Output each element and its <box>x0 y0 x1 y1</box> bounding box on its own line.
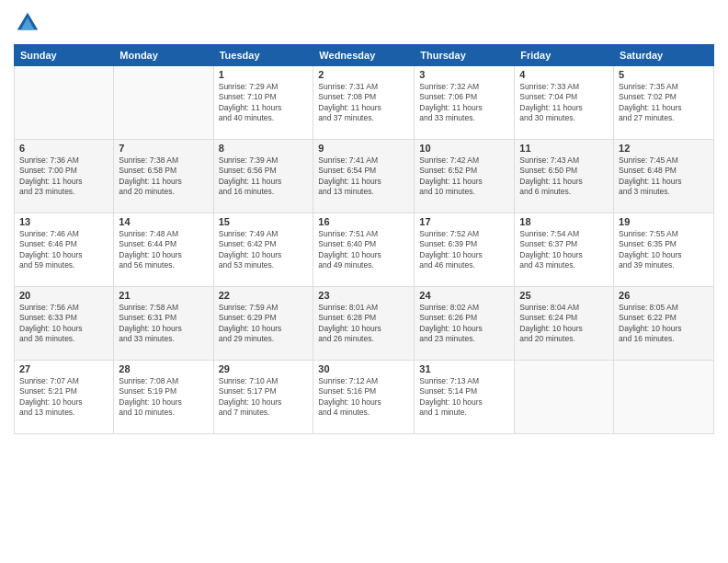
calendar-cell <box>15 66 114 140</box>
day-info: Sunrise: 7:54 AMSunset: 6:37 PMDaylight:… <box>519 229 609 271</box>
week-row-5: 27Sunrise: 7:07 AMSunset: 5:21 PMDayligh… <box>15 361 714 434</box>
calendar-table: SundayMondayTuesdayWednesdayThursdayFrid… <box>14 44 714 434</box>
day-number: 4 <box>519 69 609 80</box>
logo-icon <box>14 9 41 37</box>
day-info: Sunrise: 7:10 AMSunset: 5:17 PMDaylight:… <box>219 376 309 419</box>
day-number: 14 <box>119 216 208 227</box>
calendar-cell: 3Sunrise: 7:32 AMSunset: 7:06 PMDaylight… <box>415 66 515 140</box>
calendar-cell: 17Sunrise: 7:52 AMSunset: 6:39 PMDayligh… <box>415 213 515 287</box>
page: SundayMondayTuesdayWednesdayThursdayFrid… <box>0 0 728 563</box>
day-info: Sunrise: 7:32 AMSunset: 7:06 PMDaylight:… <box>419 82 509 124</box>
day-number: 28 <box>119 363 208 374</box>
day-number: 24 <box>419 290 509 301</box>
day-info: Sunrise: 7:29 AMSunset: 7:10 PMDaylight:… <box>219 82 309 124</box>
calendar-cell: 28Sunrise: 7:08 AMSunset: 5:19 PMDayligh… <box>114 361 213 434</box>
day-number: 1 <box>219 69 309 80</box>
calendar-cell: 20Sunrise: 7:56 AMSunset: 6:33 PMDayligh… <box>15 287 114 361</box>
col-header-monday: Monday <box>114 45 213 66</box>
logo <box>14 9 45 37</box>
day-number: 10 <box>419 143 509 154</box>
day-number: 2 <box>318 69 409 80</box>
day-number: 18 <box>519 216 609 227</box>
day-number: 27 <box>19 363 108 374</box>
day-info: Sunrise: 8:05 AMSunset: 6:22 PMDaylight:… <box>619 303 709 345</box>
day-number: 23 <box>318 290 409 301</box>
calendar-cell: 31Sunrise: 7:13 AMSunset: 5:14 PMDayligh… <box>415 361 515 434</box>
week-row-1: 1Sunrise: 7:29 AMSunset: 7:10 PMDaylight… <box>15 66 714 140</box>
col-header-wednesday: Wednesday <box>313 45 415 66</box>
day-number: 3 <box>419 69 509 80</box>
week-row-4: 20Sunrise: 7:56 AMSunset: 6:33 PMDayligh… <box>15 287 714 361</box>
calendar-cell: 9Sunrise: 7:41 AMSunset: 6:54 PMDaylight… <box>313 140 415 213</box>
day-number: 13 <box>19 216 108 227</box>
day-number: 7 <box>119 143 208 154</box>
day-info: Sunrise: 7:58 AMSunset: 6:31 PMDaylight:… <box>119 303 208 345</box>
col-header-thursday: Thursday <box>415 45 515 66</box>
day-info: Sunrise: 7:48 AMSunset: 6:44 PMDaylight:… <box>119 229 208 271</box>
calendar-cell: 19Sunrise: 7:55 AMSunset: 6:35 PMDayligh… <box>614 213 714 287</box>
day-info: Sunrise: 7:12 AMSunset: 5:16 PMDaylight:… <box>318 376 409 419</box>
day-info: Sunrise: 7:42 AMSunset: 6:52 PMDaylight:… <box>419 155 509 198</box>
day-number: 6 <box>19 143 108 154</box>
day-info: Sunrise: 7:56 AMSunset: 6:33 PMDaylight:… <box>19 303 108 345</box>
day-info: Sunrise: 7:33 AMSunset: 7:04 PMDaylight:… <box>519 82 609 124</box>
day-info: Sunrise: 7:38 AMSunset: 6:58 PMDaylight:… <box>119 155 208 198</box>
day-number: 22 <box>219 290 309 301</box>
week-row-3: 13Sunrise: 7:46 AMSunset: 6:46 PMDayligh… <box>15 213 714 287</box>
calendar-cell: 6Sunrise: 7:36 AMSunset: 7:00 PMDaylight… <box>15 140 114 213</box>
calendar-cell: 12Sunrise: 7:45 AMSunset: 6:48 PMDayligh… <box>614 140 714 213</box>
day-number: 26 <box>619 290 709 301</box>
calendar-cell: 10Sunrise: 7:42 AMSunset: 6:52 PMDayligh… <box>415 140 515 213</box>
day-number: 31 <box>419 363 509 374</box>
day-info: Sunrise: 7:31 AMSunset: 7:08 PMDaylight:… <box>318 82 409 124</box>
day-number: 21 <box>119 290 208 301</box>
day-number: 29 <box>219 363 309 374</box>
calendar-cell: 2Sunrise: 7:31 AMSunset: 7:08 PMDaylight… <box>313 66 415 140</box>
calendar-cell: 22Sunrise: 7:59 AMSunset: 6:29 PMDayligh… <box>213 287 313 361</box>
col-header-sunday: Sunday <box>15 45 114 66</box>
week-row-2: 6Sunrise: 7:36 AMSunset: 7:00 PMDaylight… <box>15 140 714 213</box>
day-info: Sunrise: 8:02 AMSunset: 6:26 PMDaylight:… <box>419 303 509 345</box>
day-number: 19 <box>619 216 709 227</box>
calendar-cell: 24Sunrise: 8:02 AMSunset: 6:26 PMDayligh… <box>415 287 515 361</box>
calendar-cell: 1Sunrise: 7:29 AMSunset: 7:10 PMDaylight… <box>213 66 313 140</box>
calendar-cell: 15Sunrise: 7:49 AMSunset: 6:42 PMDayligh… <box>213 213 313 287</box>
day-number: 15 <box>219 216 309 227</box>
calendar-cell: 27Sunrise: 7:07 AMSunset: 5:21 PMDayligh… <box>15 361 114 434</box>
calendar-cell: 8Sunrise: 7:39 AMSunset: 6:56 PMDaylight… <box>213 140 313 213</box>
col-header-friday: Friday <box>515 45 614 66</box>
calendar-cell <box>515 361 614 434</box>
calendar-cell: 30Sunrise: 7:12 AMSunset: 5:16 PMDayligh… <box>313 361 415 434</box>
day-info: Sunrise: 7:13 AMSunset: 5:14 PMDaylight:… <box>419 376 509 419</box>
day-info: Sunrise: 7:49 AMSunset: 6:42 PMDaylight:… <box>219 229 309 271</box>
day-info: Sunrise: 7:35 AMSunset: 7:02 PMDaylight:… <box>619 82 709 124</box>
calendar-cell: 7Sunrise: 7:38 AMSunset: 6:58 PMDaylight… <box>114 140 213 213</box>
day-number: 17 <box>419 216 509 227</box>
calendar-cell: 26Sunrise: 8:05 AMSunset: 6:22 PMDayligh… <box>614 287 714 361</box>
header <box>14 9 714 37</box>
calendar-cell: 21Sunrise: 7:58 AMSunset: 6:31 PMDayligh… <box>114 287 213 361</box>
day-info: Sunrise: 7:08 AMSunset: 5:19 PMDaylight:… <box>119 376 208 419</box>
col-header-saturday: Saturday <box>614 45 714 66</box>
day-info: Sunrise: 7:52 AMSunset: 6:39 PMDaylight:… <box>419 229 509 271</box>
day-number: 9 <box>318 143 409 154</box>
day-info: Sunrise: 7:41 AMSunset: 6:54 PMDaylight:… <box>318 155 409 198</box>
calendar-cell: 14Sunrise: 7:48 AMSunset: 6:44 PMDayligh… <box>114 213 213 287</box>
calendar-cell: 23Sunrise: 8:01 AMSunset: 6:28 PMDayligh… <box>313 287 415 361</box>
calendar-cell: 29Sunrise: 7:10 AMSunset: 5:17 PMDayligh… <box>213 361 313 434</box>
calendar-cell: 11Sunrise: 7:43 AMSunset: 6:50 PMDayligh… <box>515 140 614 213</box>
day-info: Sunrise: 7:59 AMSunset: 6:29 PMDaylight:… <box>219 303 309 345</box>
calendar-cell: 13Sunrise: 7:46 AMSunset: 6:46 PMDayligh… <box>15 213 114 287</box>
day-number: 8 <box>219 143 309 154</box>
calendar-cell: 4Sunrise: 7:33 AMSunset: 7:04 PMDaylight… <box>515 66 614 140</box>
day-number: 5 <box>619 69 709 80</box>
day-info: Sunrise: 7:51 AMSunset: 6:40 PMDaylight:… <box>318 229 409 271</box>
day-info: Sunrise: 7:39 AMSunset: 6:56 PMDaylight:… <box>219 155 309 198</box>
calendar-cell <box>614 361 714 434</box>
calendar-cell: 16Sunrise: 7:51 AMSunset: 6:40 PMDayligh… <box>313 213 415 287</box>
day-info: Sunrise: 7:43 AMSunset: 6:50 PMDaylight:… <box>519 155 609 198</box>
day-info: Sunrise: 8:01 AMSunset: 6:28 PMDaylight:… <box>318 303 409 345</box>
day-number: 16 <box>318 216 409 227</box>
day-info: Sunrise: 7:55 AMSunset: 6:35 PMDaylight:… <box>619 229 709 271</box>
calendar-cell: 25Sunrise: 8:04 AMSunset: 6:24 PMDayligh… <box>515 287 614 361</box>
